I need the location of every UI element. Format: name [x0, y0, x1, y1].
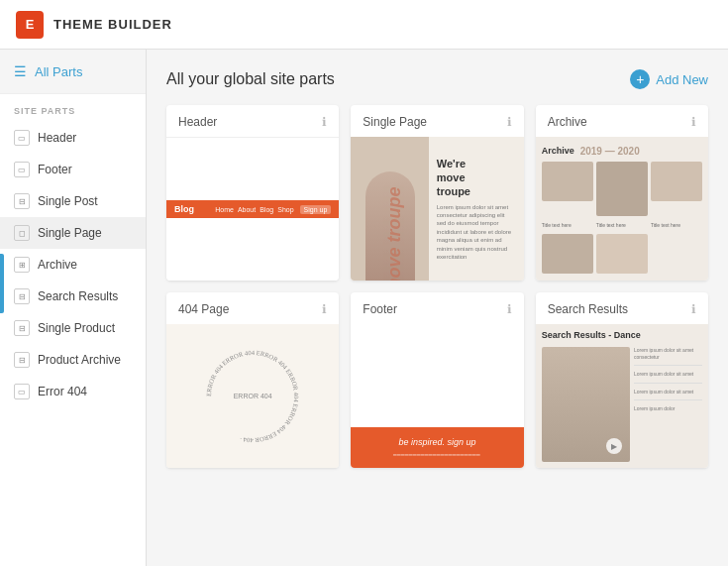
card-header-footer: Footer ℹ [351, 292, 523, 324]
card-title-footer: Footer [363, 302, 397, 316]
nav-cta: Sign up [300, 205, 332, 214]
sidebar: ☰ All Parts SITE PARTS ▭ Header ▭ Footer… [0, 50, 147, 566]
card-info-archive[interactable]: ℹ [691, 115, 696, 129]
card-preview-footer: be inspired. sign up ━━━━━━━━━━━━━━━━━━━… [351, 324, 523, 468]
footer-bar: be inspired. sign up ━━━━━━━━━━━━━━━━━━━… [351, 427, 523, 468]
sidebar-label-single-product: Single Product [38, 321, 115, 335]
card-info-404[interactable]: ℹ [322, 302, 327, 316]
sp-headline: We'removetroupe [437, 157, 516, 199]
header-preview-bar: Blog Home About Blog Shop Sign up [166, 200, 339, 218]
search-main-row: ▶ Lorem ipsum dolor sit amet consectetur… [542, 347, 702, 462]
sidebar-item-product-archive[interactable]: ⊟ Product Archive [0, 344, 146, 376]
sidebar-label-search-results: Search Results [38, 289, 118, 303]
nav-item-1: Home [215, 206, 234, 213]
sidebar-all-parts[interactable]: ☰ All Parts [0, 50, 146, 94]
sidebar-section-label: SITE PARTS [0, 94, 146, 122]
card-title-404: 404 Page [178, 302, 229, 316]
error-404-icon: ▭ [14, 384, 30, 399]
footer-icon: ▭ [14, 162, 30, 177]
main-content: All your global site parts + Add New Hea… [147, 50, 728, 566]
sidebar-label-single-page: Single Page [38, 226, 102, 240]
sidebar-label-single-post: Single Post [38, 194, 98, 208]
sidebar-item-single-product[interactable]: ⊟ Single Product [0, 312, 146, 344]
card-preview-header: Blog Home About Blog Shop Sign up [166, 137, 339, 281]
error-circle: ERROR 404 ERROR 404 ERROR 404 ERROR 404 … [198, 342, 307, 451]
archive-inner: Archive 2019 — 2020 Title text here Titl… [536, 137, 708, 281]
menu-icon: ☰ [14, 63, 27, 79]
search-item-list: Lorem ipsum dolor sit amet consectetur L… [634, 347, 702, 462]
archive-cap-3: Title text here [651, 220, 702, 231]
card-info-single-page[interactable]: ℹ [507, 115, 512, 129]
footer-text: be inspired. sign up [363, 437, 511, 447]
footer-inner: be inspired. sign up ━━━━━━━━━━━━━━━━━━━… [351, 324, 523, 468]
sidebar-item-error-404[interactable]: ▭ Error 404 [0, 376, 146, 407]
archive-thumb-5 [596, 234, 648, 274]
search-item-text-4: Lorem ipsum dolor [634, 405, 675, 412]
main-header-title: All your global site parts [166, 70, 335, 88]
card-info-header[interactable]: ℹ [322, 115, 327, 129]
add-new-label: Add New [656, 72, 708, 87]
logo-letter: E [26, 17, 35, 32]
card-archive[interactable]: Archive ℹ Archive 2019 — 2020 Title text… [536, 105, 708, 281]
single-page-icon: ◻ [14, 225, 30, 241]
archive-thumb-4 [542, 234, 593, 274]
search-results-icon: ⊟ [14, 288, 30, 304]
card-header-bar: Header ℹ [166, 105, 339, 137]
card-info-search[interactable]: ℹ [691, 302, 696, 316]
archive-cap-2: Title text here [596, 220, 648, 231]
card-footer[interactable]: Footer ℹ be inspired. sign up ━━━━━━━━━━… [351, 292, 523, 468]
archive-years: 2019 — 2020 [580, 146, 640, 157]
sidebar-label-footer: Footer [38, 163, 72, 176]
sidebar-item-single-page[interactable]: ◻ Single Page [0, 217, 146, 249]
archive-thumb-2 [596, 162, 648, 216]
search-item-3: Lorem ipsum dolor sit amet [634, 389, 702, 396]
cards-grid: Header ℹ Blog Home About Blog Shop [166, 105, 708, 468]
sidebar-item-footer[interactable]: ▭ Footer [0, 154, 146, 185]
logo: E [16, 11, 44, 39]
nav-item-2: About [238, 206, 256, 213]
all-parts-label: All Parts [35, 64, 82, 79]
card-search-results[interactable]: Search Results ℹ Search Results - Dance … [536, 292, 708, 468]
search-results-title: Search Results - Dance [542, 330, 702, 343]
error-center-label: ERROR 404 [234, 393, 272, 399]
card-header-archive: Archive ℹ [536, 105, 708, 137]
card-404[interactable]: 404 Page ℹ ERROR 404 ERROR 404 ERROR 404… [166, 292, 339, 468]
sidebar-label-product-archive: Product Archive [38, 353, 121, 367]
archive-cap-1: Title text here [542, 220, 593, 231]
archive-title-row: Archive 2019 — 2020 [542, 143, 702, 159]
card-info-footer[interactable]: ℹ [507, 302, 512, 316]
search-item-2: Lorem ipsum dolor sit amet [634, 371, 702, 378]
sp-rotated-text: move troupe [384, 186, 405, 281]
card-header[interactable]: Header ℹ Blog Home About Blog Shop [166, 105, 339, 281]
archive-title: Archive [542, 146, 574, 156]
card-single-page[interactable]: Single Page ℹ move troupe We'removetroup… [351, 105, 523, 281]
archive-icon: ⊞ [14, 257, 30, 273]
search-big-image: ▶ [542, 347, 630, 462]
card-preview-archive: Archive 2019 — 2020 Title text here Titl… [536, 137, 708, 281]
sidebar-item-archive[interactable]: ⊞ Archive [0, 249, 146, 281]
card-header-single-page: Single Page ℹ [351, 105, 523, 137]
nav-item-4: Shop [277, 206, 293, 213]
card-preview-search: Search Results - Dance ▶ Lorem ipsum dol… [536, 324, 708, 468]
topbar: E THEME BUILDER [0, 0, 728, 50]
footer-subtext: ━━━━━━━━━━━━━━━━━━━━━━ [363, 451, 511, 458]
sidebar-label-error-404: Error 404 [38, 385, 87, 398]
archive-thumb-3 [651, 162, 702, 201]
search-item-text-3: Lorem ipsum dolor sit amet [634, 389, 693, 396]
add-new-button[interactable]: + Add New [630, 69, 708, 89]
plus-icon: + [630, 69, 650, 89]
search-play-icon: ▶ [606, 438, 622, 454]
main-header: All your global site parts + Add New [166, 50, 708, 105]
sidebar-item-single-post[interactable]: ⊟ Single Post [0, 185, 146, 217]
left-accent-bar [0, 254, 4, 313]
sidebar-item-search-results[interactable]: ⊟ Search Results [0, 281, 146, 312]
sidebar-label-header: Header [38, 131, 76, 145]
card-title-archive: Archive [548, 115, 587, 129]
card-title-search: Search Results [548, 302, 628, 316]
sp-body-text: Lorem ipsum dolor sit amet consectetur a… [437, 203, 516, 262]
sidebar-item-header[interactable]: ▭ Header [0, 122, 146, 154]
card-preview-single-page: move troupe We'removetroupe Lorem ipsum … [351, 137, 523, 281]
card-title-header: Header [178, 115, 217, 129]
header-bar-nav: Home About Blog Shop [215, 206, 293, 213]
sidebar-label-archive: Archive [38, 258, 77, 272]
